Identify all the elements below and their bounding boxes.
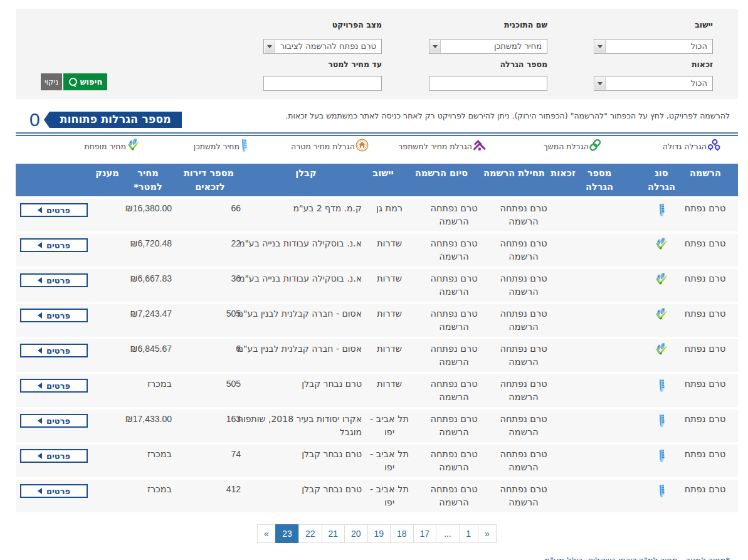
status-select[interactable]: טרם נפתח להרשמה לציבור: [263, 39, 382, 54]
cell-registration-start: טרם נפתחה הרשמה: [492, 272, 555, 298]
legend-item-price-improver-lottery: הגרלת מחיר למשתפר: [398, 139, 486, 154]
pagination-page-18[interactable]: 18: [390, 524, 414, 543]
lottery-number-input[interactable]: [429, 77, 547, 90]
open-lotteries-label: מספר הגרלות פתוחות: [50, 112, 182, 128]
cell-registration: טרם נפתח: [672, 378, 738, 391]
cell-registration-start: טרם נפתחה הרשמה: [492, 378, 555, 404]
legend-item-reduced-price: מחיר מופחת: [84, 139, 140, 154]
cell-details: פרטים: [20, 203, 88, 217]
pagination-ellipsis: ...: [436, 524, 460, 543]
cell-registration: טרם נפתח: [672, 272, 738, 285]
cell-price: ₪17,433.00: [109, 413, 172, 426]
cell-registration-start: טרם נפתחה הרשמה: [492, 448, 555, 474]
triangle-left-icon: [38, 453, 42, 459]
details-button[interactable]: פרטים: [20, 379, 88, 393]
lottery-number-field: [429, 76, 547, 91]
legend-item-mechir-lamishtaken: מחיר למשתכן: [194, 139, 247, 154]
leaves-icon: [127, 139, 140, 154]
legend-label: מחיר למשתכן: [194, 142, 240, 151]
cell-registration: טרם נפתח: [672, 307, 738, 320]
city-select[interactable]: הכול: [594, 39, 713, 54]
cell-contractor: טרם נבחר קבלן: [241, 483, 362, 496]
cell-units: 505: [203, 307, 241, 320]
pagination-page-22[interactable]: 22: [298, 524, 322, 543]
header-eligibility: זכאות: [544, 166, 582, 180]
pagination-page-21[interactable]: 21: [322, 524, 345, 543]
cell-details: פרטים: [20, 309, 88, 322]
cell-registration-end: טרם נפתחה הרשמה: [423, 342, 485, 369]
eligibility-select-value: הכול: [691, 77, 707, 90]
search-icon: [68, 78, 76, 86]
details-button[interactable]: פרטים: [20, 273, 88, 287]
details-button[interactable]: פרטים: [20, 309, 88, 322]
lottery-type-icon: [642, 343, 680, 360]
header-lottery-type: סוג הגרלה: [646, 166, 677, 194]
program-select[interactable]: מחיר למשתכן: [429, 39, 547, 54]
cell-registration-end: טרם נפתחה הרשמה: [423, 413, 485, 439]
max-price-input[interactable]: [264, 77, 381, 90]
price-footnote: *מחיר למטר - מחיר למ"ר דירתי בשקלים, כול…: [544, 556, 730, 560]
open-lotteries-banner: 0 מספר הגרלות פתוחות: [29, 112, 182, 128]
pagination-page-17[interactable]: 17: [413, 524, 437, 543]
details-button[interactable]: פרטים: [20, 449, 88, 463]
pagination-page-19[interactable]: 19: [367, 524, 391, 543]
table-row: טרם נפתח טרם נפתחה הרשמה טרם נפתחה הרשמה…: [16, 304, 738, 337]
table-row: טרם נפתח טרם נפתחה הרשמה טרם נפתחה הרשמה…: [16, 269, 738, 302]
eligibility-select[interactable]: הכול: [594, 76, 713, 91]
cell-registration-end: טרם נפתחה הרשמה: [423, 378, 485, 404]
leaves-icon: [655, 243, 668, 253]
cell-price: ₪6,845.67: [109, 342, 172, 356]
leaves-icon: [655, 278, 668, 288]
details-button[interactable]: פרטים: [20, 484, 88, 498]
triangle-left-icon: [38, 488, 42, 494]
lottery-type-icon: [642, 448, 680, 466]
search-button[interactable]: חיפוש: [63, 73, 107, 90]
city-filter-label: יישוב: [594, 20, 713, 30]
lottery-type-icon: [642, 413, 680, 431]
cell-registration-end: טרם נפתחה הרשמה: [423, 483, 485, 509]
triangle-left-icon: [38, 277, 42, 283]
cell-registration-end: טרם נפתחה הרשמה: [423, 237, 485, 263]
cell-details: פרטים: [20, 484, 88, 498]
lotteries-page: יישוב הכול זכאות הכול שם התוכנית מחיר למ…: [0, 0, 748, 560]
target-icon: [356, 139, 369, 154]
cell-registration-end: טרם נפתחה הרשמה: [423, 202, 485, 228]
cell-price: במכרז: [109, 378, 172, 391]
header-grant: מענק: [88, 166, 126, 180]
cell-registration: טרם נפתח: [672, 342, 738, 356]
cell-registration: טרם נפתח: [672, 483, 738, 496]
lottery-type-icon: [642, 238, 680, 255]
pagination-next[interactable]: »: [478, 524, 497, 543]
max-price-field: [263, 76, 382, 91]
triangle-left-icon: [38, 347, 42, 354]
cell-city: תל אביב - יפו: [367, 483, 411, 509]
table-row: טרם נפתח טרם נפתחה הרשמה טרם נפתחה הרשמה…: [16, 234, 738, 267]
cell-city: שדרות: [367, 237, 411, 250]
cell-city: תל אביב - יפו: [367, 413, 411, 439]
cell-units: 66: [203, 202, 241, 215]
cell-registration: טרם נפתח: [672, 202, 738, 215]
pagination-page-23[interactable]: 23: [275, 524, 299, 543]
search-button-label: חיפוש: [80, 77, 103, 87]
details-button-label: פרטים: [46, 311, 70, 320]
header-lottery-number: מספר הגרלה: [584, 166, 615, 194]
pagination-prev[interactable]: «: [257, 524, 276, 543]
cell-registration: טרם נפתח: [672, 448, 738, 461]
header-units-for-eligible: מספר דירות לזכאים: [186, 166, 234, 194]
cell-contractor: טרם נבחר קבלן: [241, 448, 362, 461]
details-button[interactable]: פרטים: [20, 344, 88, 357]
legend-item-continuation-lottery: הגרלת המשך: [544, 139, 601, 154]
pagination-page-20[interactable]: 20: [344, 524, 368, 543]
legend-label: מחיר מופחת: [84, 142, 126, 151]
details-button[interactable]: פרטים: [20, 414, 88, 428]
pagination-page-1[interactable]: 1: [459, 524, 479, 543]
details-button[interactable]: פרטים: [20, 238, 88, 252]
clear-button[interactable]: ניקוי: [41, 73, 62, 90]
triangle-left-icon: [38, 312, 42, 319]
details-button[interactable]: פרטים: [20, 203, 88, 217]
pins-icon: [707, 139, 720, 154]
chevron-down-icon: [595, 40, 606, 53]
cell-contractor: א.נ. בוסקילה עבודות בנייה בע"מ: [241, 237, 362, 250]
cell-details: פרטים: [20, 238, 88, 252]
legend-label: הגרלת המשך: [544, 142, 589, 151]
